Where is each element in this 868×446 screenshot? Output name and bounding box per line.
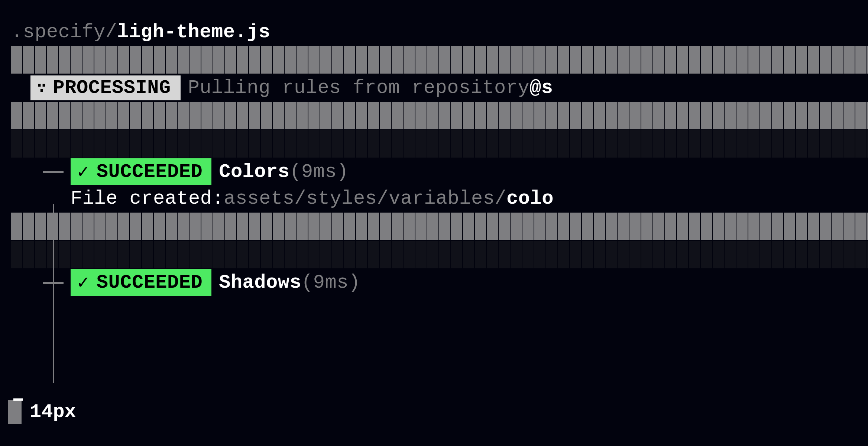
task-duration: (9ms) (301, 272, 360, 294)
succeeded-badge-label: SUCCEEDED (97, 161, 203, 183)
processing-message: Pulling rules from repository (188, 77, 529, 99)
divider-bar (11, 102, 868, 129)
file-header-line: .specify/ligh-theme.js (11, 19, 868, 45)
check-icon: ✓ (77, 271, 89, 294)
succeeded-badge: ✓ SUCCEEDED (71, 269, 211, 296)
processing-badge-label: PROCESSING (53, 77, 171, 99)
file-created-label: File created: (71, 188, 224, 210)
file-path-prefix: .specify/ (11, 21, 117, 43)
task-name: Colors (219, 161, 289, 183)
tree-branch (11, 158, 71, 185)
processing-badge: ∵ PROCESSING (30, 75, 181, 100)
tree-indent (11, 185, 71, 212)
task-line: ✓ SUCCEEDED Shadows(9ms) (11, 269, 868, 296)
font-size-label: 14px (30, 401, 76, 423)
file-created-line: File created: assets/styles/variables/co… (11, 185, 868, 212)
faint-grid-row (11, 130, 868, 158)
succeeded-badge: ✓ SUCCEEDED (71, 158, 211, 185)
processing-dots-icon: ∵ (37, 79, 46, 97)
divider-bar (11, 46, 868, 74)
divider-bar (11, 213, 868, 240)
file-name: ligh-theme.js (117, 21, 270, 43)
tree-branch (11, 269, 71, 296)
task-duration: (9ms) (289, 161, 349, 183)
check-icon: ✓ (77, 160, 89, 184)
processing-line: ∵ PROCESSING Pulling rules from reposito… (11, 74, 868, 101)
file-created-path: assets/styles/variables/ (224, 188, 506, 210)
file-created-name: colo (506, 188, 554, 210)
cursor-icon (8, 400, 22, 424)
faint-grid-row (11, 241, 868, 268)
processing-repo: @s (529, 77, 553, 99)
task-name: Shadows (219, 272, 301, 294)
task-line: ✓ SUCCEEDED Colors(9ms) (11, 158, 868, 185)
succeeded-badge-label: SUCCEEDED (97, 272, 203, 294)
terminal-output: .specify/ligh-theme.js ∵ PROCESSING Pull… (11, 19, 868, 296)
status-bar: 14px (8, 400, 76, 424)
